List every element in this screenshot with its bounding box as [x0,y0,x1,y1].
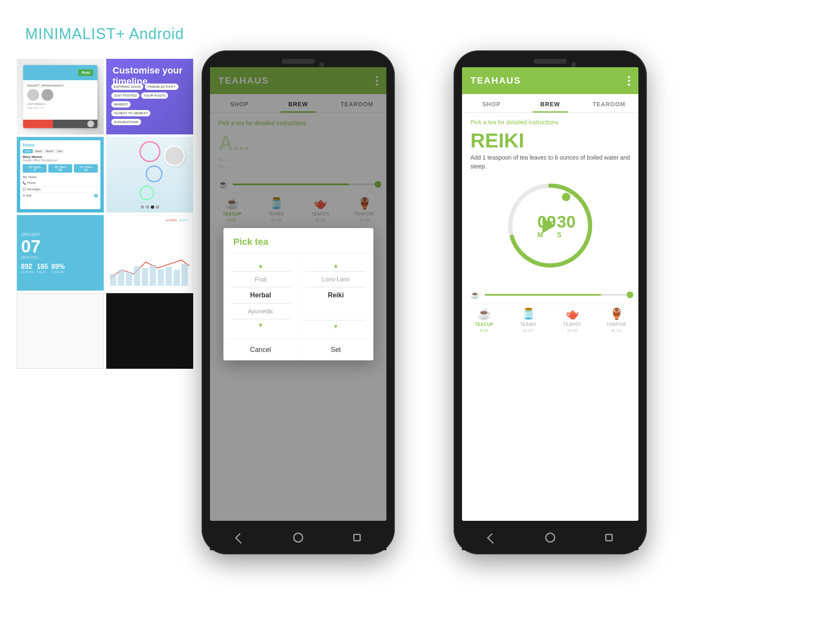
picker-divider [306,271,365,272]
bottom-tab-tonfisk-right[interactable]: 🏺 TONFISK 36 OZ [594,307,638,333]
picker-item[interactable]: Fruit [223,273,298,286]
svg-rect-1 [118,270,124,286]
picker-item[interactable]: Lomi-Lomi [299,273,373,286]
modal-picker: ▲ Fruit Herbal Ayurvedic ▼ ▲ [223,253,373,339]
recents-button-left[interactable] [351,531,363,544]
slider-fill-right [485,294,601,296]
teapot-icon-right: 🫖 [566,307,579,320]
pick-tea-hint-right: Pick a tea for detailed instructions [470,119,630,126]
timer-container: 09 M 30 S [470,179,630,272]
modal-overlay[interactable]: Pick tea ▲ Fruit Herbal Ayurvedic [210,67,386,521]
nav-bar-left [210,525,386,550]
svg-rect-7 [165,267,172,286]
modal-title: Pick tea [223,228,373,253]
home-button-right[interactable] [544,531,556,544]
tab-shop-right[interactable]: SHOP [462,94,521,113]
slider-icon-right: ☕ [470,290,480,299]
picker-arrow-up-2[interactable]: ▲ [333,260,339,270]
svg-point-12 [562,193,570,201]
thumb-chart[interactable]: ● OPEN ● CITY [106,215,193,291]
timer-play-icon[interactable] [543,218,555,233]
teapot-label-right: TEAPOT [563,322,582,327]
svg-rect-3 [134,266,140,286]
picker-item-selected[interactable]: Herbal [223,288,298,302]
picker-divider [231,303,290,304]
phone-speaker-left [281,59,315,64]
svg-rect-4 [142,268,148,286]
tab-tearoom-right[interactable]: TEAROOM [580,94,638,113]
thumb-home-content: Home Today Week Month Year Mary Weave De… [20,140,100,209]
teacup-label-right: TEACUP [475,322,493,327]
picker-divider [231,319,290,319]
tea-description-right: Add 1 teaspoon of tea leaves to 6 ounces… [470,153,630,171]
picker-arrow-down-1[interactable]: ▼ [258,320,264,330]
picker-column-2: ▲ Lomi-Lomi Reiki ▼ [299,257,373,335]
thumb-white[interactable] [17,293,104,369]
tea-name-right: REIKI [470,131,630,151]
back-button-left[interactable] [233,531,246,544]
tab-brew-right[interactable]: BREW [521,94,580,113]
recents-icon-left [353,534,361,541]
svg-rect-2 [126,272,132,286]
svg-rect-6 [158,269,164,286]
timer-circle[interactable]: 09 M 30 S [504,179,596,272]
thumb-home[interactable]: Home Today Week Month Year Mary Weave De… [17,137,104,213]
svg-rect-9 [181,264,188,286]
svg-rect-8 [173,270,180,286]
back-icon-left [235,533,245,543]
slider-track-right[interactable] [485,294,630,296]
back-button-right[interactable] [485,531,498,544]
picker-arrow-down-2[interactable]: ▼ [333,321,339,331]
teamo-label-right: TEAMO [520,322,536,327]
tonfisk-label-right: TONFISK [606,322,626,327]
modal-actions: Cancel Set [223,339,373,360]
slider-thumb-right[interactable] [627,291,633,298]
home-icon-right [545,533,555,543]
nav-bar-right [462,525,638,550]
phone-camera-right [571,62,576,67]
tonfisk-icon-right: 🏺 [610,307,623,320]
phone-left: TEAHAUS SHOP BREW TEAROOM Pick a tea for… [202,50,395,554]
modal-set-button[interactable]: Set [299,339,373,360]
timer-text: 09 M 30 S [525,213,576,239]
teacup-sublabel-right: 6 OZ [480,328,488,333]
thumb-stats-content: JANUARY 07 MINUTES 892 CLIENTS 165 SALES… [21,219,100,286]
phone-screen-left: TEAHAUS SHOP BREW TEAROOM Pick a tea for… [210,67,386,521]
modal-cancel-button[interactable]: Cancel [223,339,299,360]
modal-box: Pick tea ▲ Fruit Herbal Ayurvedic [223,228,373,360]
picker-arrow-up-1[interactable]: ▲ [258,260,264,270]
tonfisk-sublabel-right: 36 OZ [611,328,622,333]
teamo-sublabel-right: 16 OZ [523,328,533,333]
picker-item[interactable]: Ayurvedic [223,304,298,318]
phone-camera-left [319,62,324,67]
thumb-stats[interactable]: JANUARY 07 MINUTES 892 CLIENTS 165 SALES… [17,215,104,291]
bottom-tab-teamo-right[interactable]: 🫙 TEAMO 16 OZ [506,307,550,333]
slider-right: ☕ [462,286,638,304]
phone-right: TEAHAUS SHOP BREW TEAROOM Pick a tea for… [454,50,647,554]
picker-divider [306,287,365,287]
brew-content-right: Pick a tea for detailed instructions REI… [462,113,638,286]
recents-button-right[interactable] [603,531,615,544]
phone-outer-left: TEAHAUS SHOP BREW TEAROOM Pick a tea for… [202,50,395,554]
bottom-tab-teapot-right[interactable]: 🫖 TEAPOT 28 OZ [550,307,594,333]
thumb-buddy[interactable]: Post David27_WhatchamaCo Josh Williams H… [17,59,104,134]
picker-item-selected[interactable]: Reiki [299,288,373,302]
picker-divider [231,287,290,287]
svg-rect-5 [150,265,156,286]
picker-divider [306,320,365,320]
menu-dots-right[interactable] [628,76,630,86]
back-icon-right [487,533,497,543]
bottom-tab-teacup-right[interactable]: ☕ TEACUP 6 OZ [462,307,506,333]
home-button-left[interactable] [292,531,304,544]
thumbnail-grid: Post David27_WhatchamaCo Josh Williams H… [17,59,193,369]
thumb-circles[interactable] [106,137,193,213]
phone-outer-right: TEAHAUS SHOP BREW TEAROOM Pick a tea for… [454,50,647,554]
thumb-customise[interactable]: Customise yourtimeline. EXPIRING SOONFRI… [106,59,193,134]
thumb-black[interactable] [106,293,193,369]
teamo-icon-right: 🫙 [522,307,535,320]
menu-dot [628,80,630,82]
svg-rect-0 [110,274,116,286]
teapot-sublabel-right: 28 OZ [567,328,578,333]
teacup-icon-right: ☕ [478,307,491,320]
picker-column-1: ▲ Fruit Herbal Ayurvedic ▼ [223,257,299,335]
